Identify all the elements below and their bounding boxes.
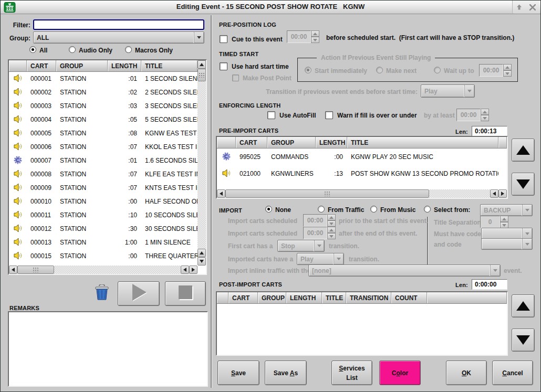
warn-fill-checkbox[interactable] <box>325 111 333 119</box>
group-select[interactable]: ALL <box>33 31 204 44</box>
table-row[interactable]: 000010STATION:00HALF SECOND OF <box>9 195 197 208</box>
table-row[interactable]: 000013STATION1:001 MIN SILENCE <box>9 236 197 249</box>
pre-import-heading: PRE-IMPORT CARTS <box>219 128 278 134</box>
pre-import-hscrollbar[interactable] <box>217 189 507 198</box>
cancel-button[interactable]: Cancel <box>492 361 533 385</box>
column-header-cart[interactable]: CART <box>228 292 258 303</box>
table-row[interactable]: 000002STATION:022 SECONDS SILEN <box>9 86 197 99</box>
cart-list-vscrollbar[interactable] <box>197 60 206 266</box>
stop-button[interactable] <box>165 281 206 306</box>
pre-import-header[interactable]: CARTGROUPLENGTHTITLE <box>217 137 507 149</box>
title-bar[interactable]: Editing Event - 15 SECOND POST SHOW ROTA… <box>1 1 540 14</box>
scroll-right-button[interactable] <box>189 266 197 274</box>
cell-cart: 000008 <box>27 171 56 178</box>
pre-import-move-up-button[interactable] <box>512 139 535 162</box>
hscroll-thumb[interactable] <box>17 266 54 274</box>
vscroll-thumb[interactable] <box>197 69 206 81</box>
column-header-icon[interactable] <box>217 137 236 148</box>
make-post-point-checkbox <box>232 75 239 81</box>
radio-all[interactable] <box>29 46 36 53</box>
post-import-header[interactable]: CARTGROUPLENGTHTITLETRANSITIONCOUNT <box>217 292 507 304</box>
first-cart-transition-value: Stop <box>281 242 295 250</box>
save-as-button[interactable]: Save As <box>265 361 307 385</box>
table-row[interactable]: 000015STATION:00THREE QUARTER <box>9 249 197 263</box>
vscroll-trough[interactable] <box>197 81 206 249</box>
table-row[interactable]: 000007STATION:011.6 SECONDS SIL <box>9 154 197 167</box>
gear-icon <box>222 152 231 162</box>
scroll-up-button-2[interactable] <box>197 249 206 257</box>
column-header-transition[interactable]: TRANSITION <box>346 292 391 303</box>
column-header-cart[interactable]: CART <box>27 60 56 71</box>
post-import-move-up-button[interactable] <box>512 294 535 317</box>
table-row[interactable]: 021000KGNWLINERS:13POST SHOW KGNW 13 SEC… <box>217 165 507 182</box>
pre-import-move-down-button[interactable] <box>512 173 535 196</box>
hard-start-checkbox[interactable] <box>220 62 227 70</box>
cell-cart: 000015 <box>27 252 56 260</box>
radio-import-none-label: None <box>275 206 291 214</box>
table-row[interactable]: 000003STATION:033 SECONDS SILEN <box>9 99 197 113</box>
use-autofill-checkbox[interactable] <box>267 111 275 119</box>
trash-icon[interactable] <box>94 284 110 303</box>
column-header-length[interactable]: LENGTH <box>286 292 322 303</box>
cart-type-icon-cell <box>9 101 27 111</box>
radio-macros-only[interactable] <box>125 46 132 53</box>
table-row[interactable]: 000001STATION:011 SECOND SILENC <box>9 72 197 86</box>
scroll-left-button[interactable] <box>217 189 225 198</box>
radio-import-select-from[interactable] <box>424 206 431 213</box>
filter-input[interactable] <box>33 19 204 30</box>
scroll-up-button[interactable] <box>197 60 206 69</box>
cart-type-icon-cell <box>9 156 27 166</box>
hscroll-trough[interactable] <box>429 189 490 198</box>
table-row[interactable]: 000006STATION:07KKOL EAS TEST IN <box>9 140 197 154</box>
stop-icon <box>178 284 194 303</box>
radio-import-music[interactable] <box>370 206 377 213</box>
remarks-textarea[interactable] <box>8 311 208 387</box>
scroll-left-button-2[interactable] <box>490 189 498 198</box>
table-row[interactable]: 995025COMMANDS:00KGNW PLAY 20 SEC MUSIC <box>217 149 507 165</box>
radio-import-traffic[interactable] <box>318 206 325 213</box>
ok-button[interactable]: OK <box>446 361 487 385</box>
hscroll-thumb[interactable] <box>225 189 429 198</box>
scroll-down-button[interactable] <box>197 257 206 266</box>
hscroll-trough[interactable] <box>54 266 181 274</box>
post-import-move-down-button[interactable] <box>512 329 535 352</box>
radio-audio-only[interactable] <box>69 46 76 53</box>
column-header-group[interactable]: GROUP <box>56 60 108 71</box>
table-row[interactable]: 000008STATION:07KLFE EAS TEST IN <box>9 167 197 181</box>
table-row[interactable]: 000012STATION:3030 SECONDS SILE <box>9 222 197 236</box>
shade-window-button[interactable] <box>513 1 526 14</box>
column-header-cart[interactable]: CART <box>236 137 267 148</box>
column-header-icon[interactable] <box>217 292 228 303</box>
table-row[interactable]: 000004STATION:055 SECONDS SILEN <box>9 113 197 126</box>
cell-title: 3 SECONDS SILEN <box>141 102 197 110</box>
column-header-length[interactable]: LENGTH <box>316 137 347 148</box>
sched1-label: Import carts scheduled <box>228 217 297 225</box>
table-row[interactable]: 000009STATION:07KNTS EAS TEST IN <box>9 181 197 195</box>
table-row[interactable]: 000011STATION:1010 SECONDS SILE <box>9 208 197 222</box>
column-header-length[interactable]: LENGTH <box>108 60 141 71</box>
radio-audio-only-label: Audio Only <box>79 47 112 54</box>
column-header-title[interactable]: TITLE <box>141 60 197 71</box>
services-list-button[interactable]: ServicesList <box>331 361 372 385</box>
cart-list-hscrollbar[interactable] <box>9 266 197 274</box>
scroll-right-button[interactable] <box>498 189 507 198</box>
cell-group: STATION <box>56 171 108 178</box>
table-row[interactable]: 000005STATION:08KGNW EAS TEST <box>9 126 197 140</box>
column-header-group[interactable]: GROUP <box>267 137 316 148</box>
radio-import-none[interactable] <box>265 206 272 213</box>
column-header-title[interactable]: TITLE <box>347 137 498 148</box>
cue-to-event-checkbox[interactable] <box>220 35 227 43</box>
play-button[interactable] <box>118 281 160 306</box>
column-header-icon[interactable] <box>9 60 27 71</box>
close-window-button[interactable] <box>526 1 540 14</box>
cart-list-header[interactable]: CARTGROUPLENGTHTITLE <box>9 60 206 72</box>
color-button[interactable]: Color <box>379 361 421 385</box>
save-button[interactable]: Save <box>217 361 259 385</box>
cell-cart: 021000 <box>236 170 267 177</box>
column-header-title[interactable]: TITLE <box>322 292 346 303</box>
scroll-left-button-2[interactable] <box>181 266 189 274</box>
scroll-left-button[interactable] <box>9 266 17 274</box>
column-header-group[interactable]: GROUP <box>258 292 286 303</box>
cart-type-icon-cell <box>9 197 27 207</box>
column-header-count[interactable]: COUNT <box>391 292 427 303</box>
